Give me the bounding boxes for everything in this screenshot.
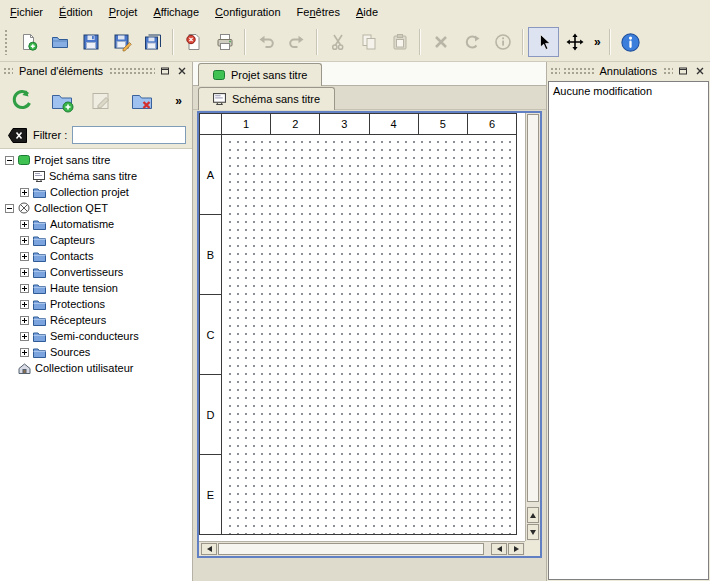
scroll-left-button[interactable] bbox=[201, 543, 217, 555]
tree-item-recepteurs[interactable]: Récepteurs bbox=[0, 312, 192, 328]
collapse-expander-icon[interactable] bbox=[5, 204, 14, 213]
tree-item-schema[interactable]: Schéma sans titre bbox=[0, 168, 192, 184]
undo-empty-text: Aucune modification bbox=[553, 85, 652, 97]
clear-filter-button[interactable] bbox=[6, 127, 28, 144]
copy-button[interactable] bbox=[353, 27, 384, 57]
tree-item-capteurs[interactable]: Capteurs bbox=[0, 232, 192, 248]
dock-grip bbox=[3, 67, 13, 75]
horizontal-scrollbar-thumb[interactable] bbox=[218, 543, 484, 555]
new-element-button[interactable] bbox=[46, 85, 78, 117]
open-document-button[interactable] bbox=[44, 27, 75, 57]
delete-element-button[interactable] bbox=[126, 85, 158, 117]
close-panel-button[interactable] bbox=[693, 65, 707, 78]
home-icon bbox=[18, 363, 31, 374]
print-icon bbox=[215, 32, 235, 52]
arrow-left-icon bbox=[497, 546, 502, 552]
redo-button[interactable] bbox=[281, 27, 312, 57]
tree-item-collection-projet[interactable]: Collection projet bbox=[0, 184, 192, 200]
close-document-icon bbox=[184, 32, 204, 52]
tree-item-sources[interactable]: Sources bbox=[0, 344, 192, 360]
menu-fichier[interactable]: Fichier bbox=[2, 2, 51, 22]
float-panel-button[interactable] bbox=[676, 65, 690, 78]
save-button[interactable] bbox=[75, 27, 106, 57]
move-tool-button[interactable] bbox=[559, 27, 590, 57]
paste-button[interactable] bbox=[384, 27, 415, 57]
menu-affichage[interactable]: Affichage bbox=[145, 2, 207, 22]
expand-expander-icon[interactable] bbox=[20, 316, 29, 325]
edit-element-button[interactable] bbox=[86, 85, 118, 117]
scroll-right-button[interactable] bbox=[508, 543, 524, 555]
save-all-button[interactable] bbox=[137, 27, 168, 57]
reload-collections-button[interactable] bbox=[6, 85, 38, 117]
close-document-button[interactable] bbox=[178, 27, 209, 57]
dock-grip bbox=[109, 67, 155, 75]
expand-expander-icon[interactable] bbox=[20, 348, 29, 357]
tree-item-collection-qet[interactable]: Collection QET bbox=[0, 200, 192, 216]
about-info-button[interactable] bbox=[615, 27, 646, 57]
tree-item-haute-tension[interactable]: Haute tension bbox=[0, 280, 192, 296]
schema-viewport: 1 2 3 4 5 6 A B C D E bbox=[199, 113, 525, 541]
float-panel-button[interactable] bbox=[158, 65, 172, 78]
folder-icon bbox=[33, 299, 46, 310]
filter-input[interactable] bbox=[72, 126, 186, 144]
cut-button[interactable] bbox=[322, 27, 353, 57]
expand-expander-icon[interactable] bbox=[20, 188, 29, 197]
menu-aide[interactable]: Aide bbox=[348, 2, 386, 22]
expand-expander-icon[interactable] bbox=[20, 300, 29, 309]
panel-overflow-button[interactable]: » bbox=[171, 92, 186, 110]
undo-list[interactable]: Aucune modification bbox=[548, 81, 709, 580]
scroll-up-button[interactable] bbox=[527, 507, 539, 523]
folder-icon bbox=[33, 315, 46, 326]
tree-item-contacts[interactable]: Contacts bbox=[0, 248, 192, 264]
toolbar-separator bbox=[316, 29, 318, 55]
menu-fenetres[interactable]: Fenêtres bbox=[289, 2, 348, 22]
save-as-button[interactable] bbox=[106, 27, 137, 57]
vertical-scrollbar-thumb[interactable] bbox=[527, 114, 539, 502]
toolbar-separator bbox=[244, 29, 246, 55]
scroll-left-button-2[interactable] bbox=[491, 543, 507, 555]
tab-projet-sans-titre[interactable]: Projet sans titre bbox=[198, 63, 322, 86]
scroll-down-button[interactable] bbox=[527, 524, 539, 540]
menu-edition[interactable]: Édition bbox=[51, 2, 101, 22]
tree-item-projet[interactable]: Projet sans titre bbox=[0, 152, 192, 168]
expand-expander-icon[interactable] bbox=[20, 252, 29, 261]
expand-expander-icon[interactable] bbox=[20, 268, 29, 277]
select-tool-button[interactable] bbox=[528, 27, 559, 57]
expand-expander-icon[interactable] bbox=[20, 284, 29, 293]
tree-item-collection-utilisateur[interactable]: Collection utilisateur bbox=[0, 360, 192, 376]
folder-icon bbox=[33, 331, 46, 342]
tree-item-protections[interactable]: Protections bbox=[0, 296, 192, 312]
schema-canvas[interactable] bbox=[223, 135, 516, 534]
element-info-button[interactable] bbox=[487, 27, 518, 57]
scrollbar-corner bbox=[525, 541, 540, 556]
close-panel-button[interactable] bbox=[175, 65, 189, 78]
row-header-cell: D bbox=[200, 375, 222, 455]
main-toolbar: » bbox=[0, 23, 710, 62]
expand-expander-icon[interactable] bbox=[20, 236, 29, 245]
tree-item-semi-conducteurs[interactable]: Semi-conducteurs bbox=[0, 328, 192, 344]
toolbar-overflow-button[interactable]: » bbox=[590, 33, 605, 51]
arrow-up-icon bbox=[530, 513, 536, 518]
delete-button[interactable] bbox=[425, 27, 456, 57]
schema-paper: 1 2 3 4 5 6 A B C D E bbox=[199, 113, 517, 535]
mdi-area: Projet sans titre Schéma sans titre 1 2 bbox=[193, 62, 546, 581]
print-button[interactable] bbox=[209, 27, 240, 57]
menu-configuration[interactable]: Configuration bbox=[207, 2, 288, 22]
expand-expander-icon[interactable] bbox=[20, 220, 29, 229]
new-document-button[interactable] bbox=[13, 27, 44, 57]
elements-panel-titlebar[interactable]: Panel d'éléments bbox=[0, 62, 192, 80]
tab-schema-sans-titre[interactable]: Schéma sans titre bbox=[198, 87, 335, 110]
column-header-cell: 4 bbox=[370, 114, 419, 135]
collapse-expander-icon[interactable] bbox=[5, 156, 14, 165]
toolbar-grip[interactable] bbox=[4, 29, 9, 55]
vertical-scrollbar[interactable] bbox=[525, 113, 540, 541]
menu-projet[interactable]: Projet bbox=[101, 2, 146, 22]
tree-item-convertisseurs[interactable]: Convertisseurs bbox=[0, 264, 192, 280]
elements-panel-toolbar: » bbox=[0, 80, 192, 122]
horizontal-scrollbar[interactable] bbox=[199, 541, 525, 556]
undo-panel-titlebar[interactable]: Annulations bbox=[547, 62, 710, 80]
tree-item-automatisme[interactable]: Automatisme bbox=[0, 216, 192, 232]
undo-button[interactable] bbox=[250, 27, 281, 57]
rotate-button[interactable] bbox=[456, 27, 487, 57]
expand-expander-icon[interactable] bbox=[20, 332, 29, 341]
